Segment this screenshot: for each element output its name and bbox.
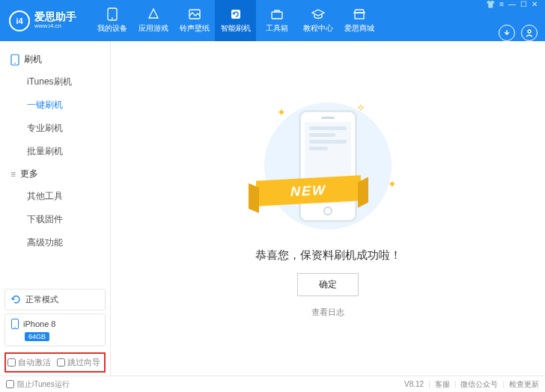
device-card[interactable]: iPhone 8 64GB [4,313,106,346]
ok-button[interactable]: 确定 [297,273,359,296]
title-bar: i4 爱思助手 www.i4.cn 我的设备 应用游戏 铃声壁纸 智能刷机 工具… [0,0,545,41]
apps-icon [147,7,160,21]
store-icon [353,7,366,21]
storage-badge: 64GB [25,332,49,341]
svg-rect-5 [355,13,364,19]
phone-illustration [299,110,357,222]
main-content: ✦ ✧ ✦ NEW 恭喜您，保资料刷机成功啦！ 确定 查看日志 [111,41,545,376]
svg-rect-4 [272,12,282,19]
wechat-link[interactable]: 微信公众号 [460,379,498,390]
sparkle-icon: ✦ [388,178,397,190]
sidebar-item-itunes[interactable]: iTunes刷机 [0,70,110,94]
success-message: 恭喜您，保资料刷机成功啦！ [255,248,401,263]
app-url: www.i4.cn [34,23,76,30]
success-illustration: ✦ ✧ ✦ NEW [261,99,395,233]
logo: i4 爱思助手 www.i4.cn [0,10,85,31]
phone-icon [10,54,19,66]
status-bar: 阻止iTunes运行 V8.12| 客服| 微信公众号| 检查更新 [0,376,545,392]
menu-icon[interactable]: ≡ [499,0,504,8]
sidebar-item-pro[interactable]: 专业刷机 [0,117,110,140]
download-button[interactable] [499,25,515,41]
sidebar-group-more: ≡ 更多 [0,163,110,185]
refresh-icon [11,295,21,304]
sparkle-icon: ✧ [356,102,365,114]
support-link[interactable]: 客服 [435,379,450,390]
auto-activate-checkbox[interactable]: 自动激活 [7,357,51,368]
toolbox-icon [270,7,284,21]
update-link[interactable]: 检查更新 [509,379,539,390]
view-log-link[interactable]: 查看日志 [311,307,344,318]
phone-icon [11,319,19,329]
svg-rect-3 [231,10,240,19]
activation-options: 自动激活 跳过向导 [4,352,106,373]
tab-my-device[interactable]: 我的设备 [91,0,133,41]
sidebar-item-download[interactable]: 下载固件 [0,208,110,231]
tab-ringtones[interactable]: 铃声壁纸 [174,0,215,41]
tab-tutorials[interactable]: 教程中心 [297,0,338,41]
sidebar-item-othertools[interactable]: 其他工具 [0,185,110,208]
tab-flash[interactable]: 智能刷机 [215,0,256,41]
sidebar-item-advanced[interactable]: 高级功能 [0,231,110,254]
maximize-icon[interactable]: ☐ [520,0,527,8]
svg-point-6 [528,30,531,33]
header-right: 👕 ≡ — ☐ ✕ [478,0,545,41]
tab-store[interactable]: 爱思商城 [338,0,380,41]
sidebar-item-batch[interactable]: 批量刷机 [0,140,110,163]
sidebar-group-flash: 刷机 [0,49,110,70]
shirt-icon[interactable]: 👕 [486,0,495,8]
svg-point-1 [112,18,113,19]
logo-icon: i4 [9,10,30,31]
skip-wizard-checkbox[interactable]: 跳过向导 [57,357,100,368]
device-name: iPhone 8 [23,319,55,328]
flash-icon [229,7,243,21]
nav-tabs: 我的设备 应用游戏 铃声壁纸 智能刷机 工具箱 教程中心 爱思商城 [91,0,478,41]
svg-point-10 [14,327,15,328]
list-icon: ≡ [10,169,16,180]
tab-apps[interactable]: 应用游戏 [133,0,174,41]
sparkle-icon: ✦ [277,106,286,118]
minimize-icon[interactable]: — [508,0,516,8]
app-title: 爱思助手 [34,11,76,22]
sidebar-item-onekey[interactable]: 一键刷机 [0,94,110,117]
user-button[interactable] [521,25,538,41]
version-label: V8.12 [404,380,424,388]
close-icon[interactable]: ✕ [532,0,538,8]
tab-toolbox[interactable]: 工具箱 [256,0,297,41]
mode-status[interactable]: 正常模式 [4,289,106,310]
svg-point-8 [14,62,16,64]
phone-icon [106,7,119,21]
wallpaper-icon [188,7,201,21]
window-controls: 👕 ≡ — ☐ ✕ [486,0,538,8]
sidebar: 刷机 iTunes刷机 一键刷机 专业刷机 批量刷机 ≡ 更多 其他工具 下载固… [0,41,111,376]
graduation-icon [311,7,325,21]
prevent-itunes-checkbox[interactable]: 阻止iTunes运行 [6,379,70,390]
